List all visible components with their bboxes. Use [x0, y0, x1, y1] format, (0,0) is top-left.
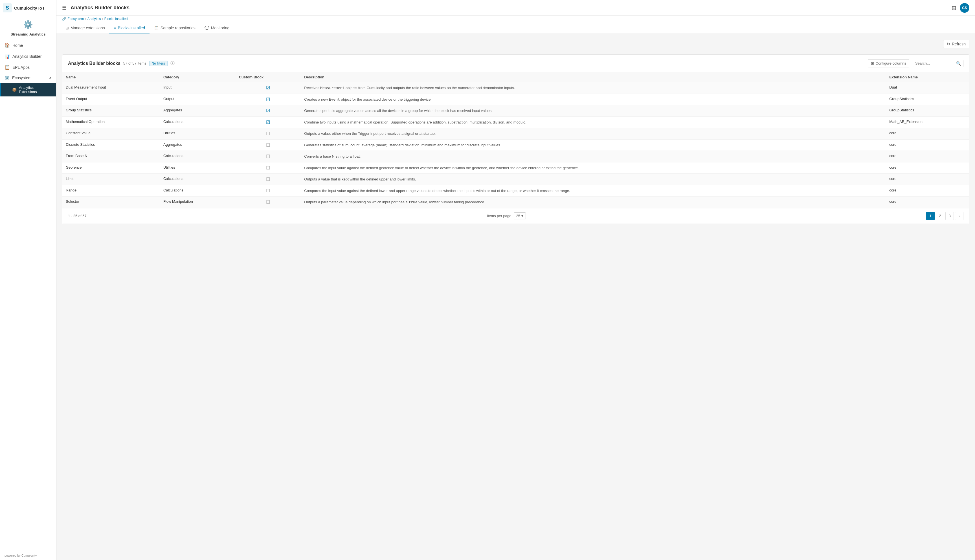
- analytics-builder-icon: 📊: [5, 53, 10, 59]
- cell-description: Converts a base N string to a float.: [301, 151, 886, 162]
- table-row: GeofenceUtilities☐Compares the input val…: [62, 162, 969, 174]
- configure-columns-icon: ⊞: [871, 61, 874, 65]
- search-input[interactable]: [915, 61, 954, 65]
- page-button-1[interactable]: 1: [926, 212, 935, 220]
- content-card: Analytics Builder blocks 57 of 57 items …: [62, 54, 969, 224]
- cell-description: Generates periodic aggregate values acro…: [301, 105, 886, 117]
- sidebar-logo: S: [3, 3, 12, 12]
- cell-description: Creates a new Event object for the assoc…: [301, 93, 886, 105]
- cell-extension-name: core: [886, 128, 969, 140]
- sidebar-footer: powered by Cumulocity: [0, 551, 56, 560]
- topbar: ☰ Analytics Builder blocks ⊞ CS: [57, 0, 975, 16]
- tab-monitoring[interactable]: 💬 Monitoring: [200, 22, 234, 34]
- breadcrumb-ecosystem[interactable]: Ecosystem: [67, 17, 84, 21]
- breadcrumb-analytics[interactable]: Analytics: [87, 17, 101, 21]
- cell-custom-block: ☑: [235, 82, 301, 94]
- blocks-table: Name Category Custom Block Description E…: [62, 72, 969, 208]
- refresh-row: ↻ Refresh: [62, 40, 969, 52]
- pagination-info: 1 - 25 of 57: [68, 214, 87, 218]
- sidebar-item-epl-apps-label: EPL Apps: [12, 65, 30, 70]
- sidebar-item-home[interactable]: 🏠 Home: [0, 40, 56, 51]
- sidebar-item-ecosystem-label: Ecosystem: [12, 75, 31, 80]
- app-grid-icon[interactable]: ⊞: [952, 5, 957, 11]
- cell-description: Outputs a value that is kept within the …: [301, 174, 886, 185]
- cell-custom-block: ☑: [235, 93, 301, 105]
- cell-category: Aggregates: [160, 139, 235, 151]
- cell-extension-name: GroupStatistics: [886, 93, 969, 105]
- cell-extension-name: core: [886, 162, 969, 174]
- table-row: Mathematical OperationCalculations☑Combi…: [62, 117, 969, 128]
- cell-category: Calculations: [160, 174, 235, 185]
- sidebar-item-epl-apps[interactable]: 📋 EPL Apps: [0, 62, 56, 73]
- help-icon[interactable]: ⓘ: [170, 61, 175, 66]
- tab-manage-extensions-label: Manage extensions: [70, 26, 105, 30]
- cell-name: Limit: [62, 174, 160, 185]
- topbar-left: ☰ Analytics Builder blocks: [62, 5, 130, 11]
- sidebar-icon-area: ⚙️: [0, 16, 56, 31]
- pagination-items-per-page: Items per page 25 ▾: [487, 212, 526, 219]
- sidebar-item-analytics-extensions[interactable]: 📦 Analytics Extensions: [0, 83, 56, 97]
- user-avatar[interactable]: CS: [960, 3, 969, 13]
- items-per-page-select[interactable]: 25 ▾: [514, 212, 526, 219]
- main-content: ☰ Analytics Builder blocks ⊞ CS 🔗 Ecosys…: [57, 0, 975, 560]
- breadcrumb-sep-1: ›: [85, 17, 86, 21]
- analytics-extensions-folder-icon: 📦: [12, 88, 17, 92]
- pagination-next-button[interactable]: ›: [955, 212, 963, 220]
- page-button-3[interactable]: 3: [945, 212, 954, 220]
- tab-blocks-installed-label: Blocks installed: [118, 26, 145, 30]
- breadcrumb-sep-2: ›: [102, 17, 103, 21]
- tab-sample-repositories[interactable]: 📋 Sample repositories: [150, 22, 200, 34]
- cell-extension-name: core: [886, 151, 969, 162]
- no-filters-badge[interactable]: No filters: [149, 61, 168, 66]
- tabs-bar: ⊞ Manage extensions ≡ Blocks installed 📋…: [57, 22, 975, 34]
- sidebar: S Cumulocity IoT ⚙️ Streaming Analytics …: [0, 0, 57, 560]
- refresh-label: Refresh: [952, 42, 966, 46]
- cell-category: Flow Manipulation: [160, 197, 235, 208]
- cell-description: Outputs a parameter value depending on w…: [301, 197, 886, 208]
- menu-icon[interactable]: ☰: [62, 5, 67, 11]
- sidebar-item-ecosystem[interactable]: ⚙️ Ecosystem ∧: [0, 73, 56, 83]
- cell-name: Discrete Statistics: [62, 139, 160, 151]
- table-row: Dual Measurement InputInput☑Receives Mea…: [62, 82, 969, 94]
- cell-extension-name: GroupStatistics: [886, 105, 969, 117]
- col-header-description: Description: [301, 72, 886, 82]
- search-box: 🔍: [913, 60, 963, 67]
- tab-blocks-installed[interactable]: ≡ Blocks installed: [109, 22, 150, 34]
- refresh-button[interactable]: ↻ Refresh: [943, 40, 969, 48]
- cell-name: Mathematical Operation: [62, 117, 160, 128]
- tab-manage-extensions[interactable]: ⊞ Manage extensions: [61, 22, 109, 34]
- breadcrumb: 🔗 Ecosystem › Analytics › Blocks install…: [57, 16, 975, 22]
- table-row: Event OutputOutput☑Creates a new Event o…: [62, 93, 969, 105]
- cell-extension-name: Dual: [886, 82, 969, 94]
- checkbox-unchecked-icon: ☐: [266, 154, 270, 159]
- cell-category: Aggregates: [160, 105, 235, 117]
- sidebar-brand-name: Cumulocity IoT: [14, 6, 45, 10]
- cell-description: Generates statistics of sum, count, aver…: [301, 139, 886, 151]
- cell-custom-block: ☐: [235, 185, 301, 197]
- cell-custom-block: ☐: [235, 174, 301, 185]
- page-button-2[interactable]: 2: [936, 212, 944, 220]
- configure-columns-button[interactable]: ⊞ Configure columns: [868, 59, 909, 67]
- sidebar-item-analytics-builder-label: Analytics Builder: [12, 54, 42, 58]
- manage-extensions-tab-icon: ⊞: [65, 26, 69, 30]
- cell-extension-name: Math_AB_Extension: [886, 117, 969, 128]
- cell-category: Utilities: [160, 162, 235, 174]
- table-body: Dual Measurement InputInput☑Receives Mea…: [62, 82, 969, 208]
- cell-extension-name: core: [886, 139, 969, 151]
- checkbox-unchecked-icon: ☐: [266, 165, 270, 170]
- table-row: RangeCalculations☐Compares the input val…: [62, 185, 969, 197]
- table-row: LimitCalculations☐Outputs a value that i…: [62, 174, 969, 185]
- search-icon: 🔍: [956, 61, 961, 66]
- ecosystem-left: ⚙️ Ecosystem: [5, 75, 31, 80]
- table-header-row: Name Category Custom Block Description E…: [62, 72, 969, 82]
- cell-description: Compares the input value against the def…: [301, 185, 886, 197]
- cell-category: Input: [160, 82, 235, 94]
- breadcrumb-icon: 🔗: [62, 17, 66, 21]
- sidebar-item-analytics-builder[interactable]: 📊 Analytics Builder: [0, 51, 56, 62]
- cell-name: Constant Value: [62, 128, 160, 140]
- checkbox-checked-icon: ☑: [266, 108, 270, 113]
- cell-name: From Base N: [62, 151, 160, 162]
- page-title: Analytics Builder blocks: [70, 5, 130, 11]
- checkbox-checked-icon: ☑: [266, 97, 270, 102]
- col-header-category: Category: [160, 72, 235, 82]
